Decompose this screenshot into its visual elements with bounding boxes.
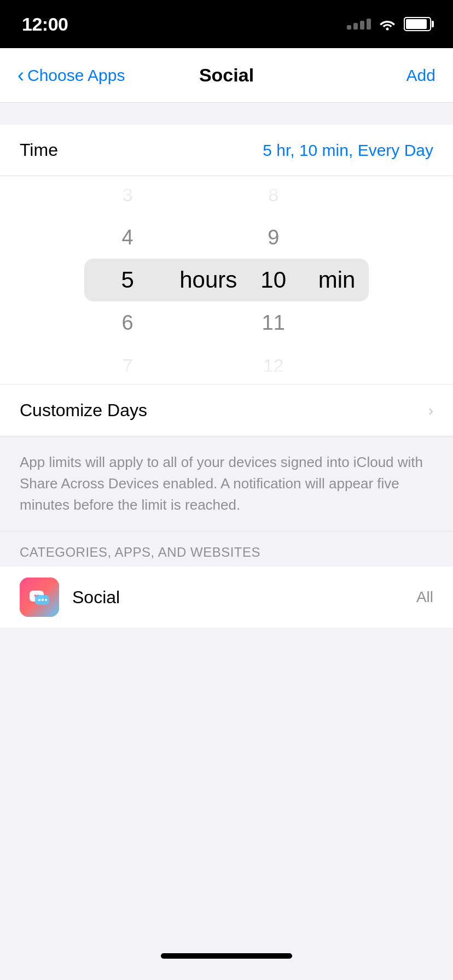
app-icon: ❤ (20, 578, 59, 617)
signal-icon (347, 19, 371, 30)
time-row[interactable]: Time 5 hr, 10 min, Every Day (0, 125, 453, 176)
customize-days-row[interactable]: Customize Days › (0, 385, 453, 436)
categories-section-header: CATEGORIES, APPS, AND WEBSITES (0, 532, 453, 567)
minute-item: 12 (237, 344, 310, 384)
status-bar: 12:00 (0, 0, 453, 48)
hours-unit-label: hours (179, 259, 237, 301)
app-badge: All (416, 588, 433, 606)
wifi-icon (379, 18, 396, 31)
hour-item: 3 (84, 176, 171, 216)
info-section: App limits will apply to all of your dev… (0, 436, 453, 532)
back-label: Choose Apps (27, 66, 125, 85)
section-header-text: CATEGORIES, APPS, AND WEBSITES (20, 545, 260, 559)
time-picker[interactable]: 2 3 4 5 6 7 8 hours 7 8 9 10 11 12 13 (0, 176, 453, 384)
svg-point-5 (42, 599, 44, 601)
svg-point-4 (38, 599, 40, 601)
add-button[interactable]: Add (406, 66, 435, 85)
status-icons (347, 17, 431, 31)
minutes-label-column: min (314, 176, 369, 384)
social-icon: ❤ (27, 585, 51, 609)
minute-item: 8 (237, 176, 310, 216)
minute-item-selected: 10 (237, 259, 310, 301)
minute-item: 11 (237, 301, 310, 344)
status-time: 12:00 (22, 14, 68, 35)
info-text: App limits will apply to all of your dev… (20, 452, 433, 516)
nav-bar: ‹ Choose Apps Social Add (0, 48, 453, 103)
battery-icon (404, 17, 431, 31)
back-button[interactable]: ‹ Choose Apps (18, 66, 125, 85)
hour-item: 4 (84, 216, 171, 259)
picker-columns: 2 3 4 5 6 7 8 hours 7 8 9 10 11 12 13 (84, 176, 369, 384)
app-name: Social (72, 587, 416, 608)
chevron-left-icon: ‹ (18, 66, 24, 85)
nav-title: Social (199, 65, 254, 86)
time-label: Time (20, 140, 58, 160)
minute-item: 9 (237, 216, 310, 259)
home-indicator (161, 953, 292, 959)
minutes-unit-label: min (318, 259, 369, 301)
hours-label-column: hours (175, 176, 237, 384)
hour-item: 7 (84, 344, 171, 384)
top-separator (0, 103, 453, 125)
hour-item: 6 (84, 301, 171, 344)
svg-point-0 (386, 28, 389, 31)
hours-column[interactable]: 2 3 4 5 6 7 8 (84, 176, 175, 384)
customize-days-label: Customize Days (20, 400, 147, 421)
home-indicator-area (0, 628, 453, 967)
time-value: 5 hr, 10 min, Every Day (263, 141, 433, 160)
svg-point-6 (45, 599, 47, 601)
minutes-column[interactable]: 7 8 9 10 11 12 13 (237, 176, 314, 384)
hour-item-selected: 5 (84, 259, 171, 301)
chevron-right-icon: › (428, 402, 433, 419)
app-row[interactable]: ❤ Social All (0, 567, 453, 628)
